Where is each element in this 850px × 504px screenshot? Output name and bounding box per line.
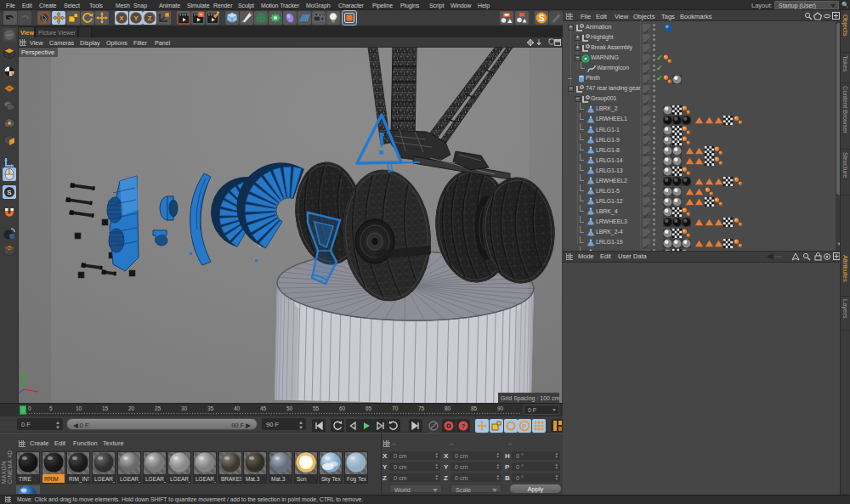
svg-text:Perspective: Perspective — [21, 48, 54, 56]
svg-text:Y: Y — [133, 14, 139, 22]
svg-text:?: ? — [462, 422, 466, 430]
svg-text:Z: Z — [148, 14, 152, 22]
svg-text:X: X — [119, 14, 124, 22]
svg-text:S: S — [7, 189, 12, 196]
svg-text:S: S — [539, 14, 545, 23]
svg-text:P: P — [522, 422, 526, 430]
svg-text:Grid Spacing : 100 cm: Grid Spacing : 100 cm — [501, 395, 559, 402]
